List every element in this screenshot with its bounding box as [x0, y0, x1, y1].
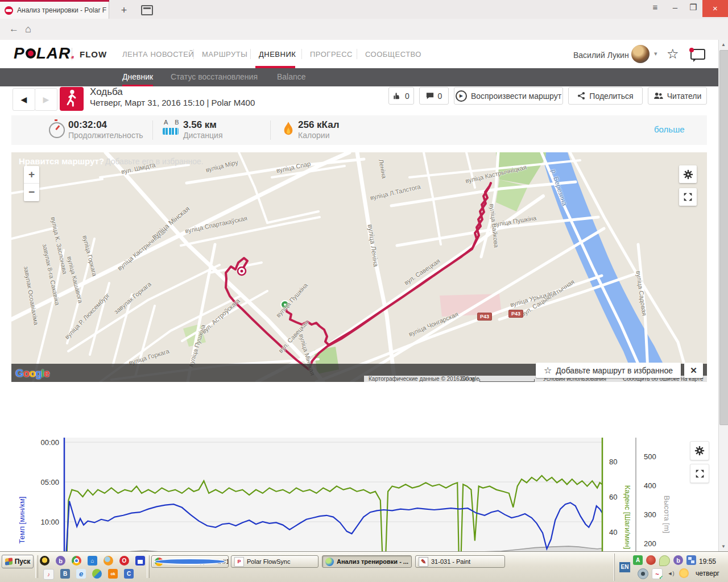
windows-flag-icon — [5, 558, 13, 565]
followers-button[interactable]: Читатели — [648, 87, 707, 105]
map-fullscreen-button[interactable] — [679, 188, 697, 206]
aimp-icon[interactable] — [40, 556, 49, 566]
sas-icon[interactable] — [92, 569, 102, 579]
zoom-out-button[interactable]: − — [24, 184, 39, 201]
chrome-icon[interactable] — [72, 556, 81, 566]
clock-day: четверг — [690, 568, 725, 580]
home-icon[interactable]: ⌂ — [25, 23, 31, 35]
stat-divider — [152, 120, 153, 140]
page-scrollbar[interactable]: ▲ ▼ — [718, 40, 728, 551]
language-indicator[interactable]: EN — [619, 562, 630, 572]
chart-settings-button[interactable] — [690, 441, 709, 460]
flylink-icon[interactable]: C — [124, 569, 134, 579]
subnav-diary[interactable]: Дневник — [122, 68, 153, 86]
subnav-recovery[interactable]: Статус восстановления — [171, 68, 258, 86]
like-button[interactable]: 0 — [388, 87, 414, 105]
chart-fullscreen-button[interactable] — [690, 464, 709, 483]
axis-tick: 00:00 — [40, 438, 59, 447]
polar-logo[interactable]: PLAR. — [14, 44, 76, 63]
menu-icon[interactable]: ≡ — [647, 2, 663, 12]
route-map[interactable]: вул. Шмідтавуліца Мірувуліца Спарвуліца … — [11, 152, 707, 382]
paint-icon: ✎ — [419, 557, 428, 567]
firefox-icon[interactable] — [104, 556, 113, 566]
back-icon[interactable]: ← — [9, 23, 19, 35]
flow-wordmark: FLOW — [80, 49, 107, 59]
close-button[interactable]: × — [702, 0, 728, 17]
zoom-in-button[interactable]: + — [24, 166, 39, 184]
webcam-icon[interactable] — [638, 568, 648, 579]
ie-icon[interactable]: e — [76, 569, 86, 579]
taskbar: Пуск b⌂O ♪BeokC Беговая стодневка #1 ...… — [0, 551, 728, 582]
scale-label: 200 м — [460, 376, 474, 382]
expand-icon — [683, 192, 693, 202]
axis-tick: 05:00 — [40, 478, 59, 487]
clock[interactable]: 19:55 четверг — [690, 556, 725, 580]
nav-routes[interactable]: МАРШРУТЫ — [202, 50, 247, 59]
scroll-up-icon[interactable]: ▲ — [719, 42, 728, 47]
browser-tab[interactable]: Анализ тренировки - Polar F — [0, 2, 109, 19]
comment-count: 0 — [438, 92, 442, 101]
aimp2-icon[interactable] — [679, 568, 689, 578]
replay-route-button[interactable]: ▶ Воспроизвести маршрут — [454, 87, 563, 105]
nav-feed[interactable]: ЛЕНТА НОВОСТЕЙ — [122, 50, 194, 59]
vk-icon[interactable]: B — [60, 569, 70, 579]
restore-button[interactable]: ❒ — [685, 2, 701, 13]
start-button[interactable]: Пуск — [2, 555, 34, 568]
axis-tick: 40 — [609, 528, 617, 537]
expand-icon — [695, 469, 705, 479]
ok-icon[interactable]: ok — [108, 569, 118, 579]
scrollbar-thumb[interactable] — [719, 50, 728, 425]
tray-row1: Ab — [633, 555, 696, 566]
google-logo-letter: g — [35, 367, 42, 379]
taskbar-grip[interactable] — [35, 555, 38, 578]
tab-groups-icon[interactable] — [141, 5, 153, 15]
nav-community[interactable]: СООБЩЕСТВО — [365, 50, 421, 59]
session-subtitle: Четверг, Март 31, 2016 15:10 | Polar M40… — [90, 98, 255, 107]
axis-tick: 500 — [644, 452, 656, 461]
dcpp-icon[interactable]: ⌂ — [88, 556, 97, 566]
scroll-down-icon[interactable]: ▼ — [719, 544, 728, 549]
distance-value: 3.56 км — [183, 119, 217, 131]
notifications-icon[interactable] — [690, 49, 705, 60]
task-firefox-active[interactable]: Анализ тренировки - ... — [322, 555, 412, 568]
task-polar-flowsync[interactable]: P Polar FlowSync — [231, 555, 318, 568]
add-route-favorite-button[interactable]: ☆ Добавьте маршрут в избранное — [536, 363, 681, 378]
save-icon[interactable] — [135, 556, 145, 566]
quick-launch-row1: b⌂O — [40, 556, 145, 566]
opera-icon[interactable]: O — [119, 556, 129, 566]
itunes-icon[interactable]: ♪ — [43, 569, 54, 580]
nav-progress[interactable]: ПРОГРЕСС — [310, 50, 353, 59]
people-icon — [653, 92, 663, 99]
bug-icon[interactable] — [646, 555, 656, 565]
subnav-balance[interactable]: Balance — [277, 68, 306, 86]
next-session-button[interactable]: ▶ — [35, 88, 57, 111]
prev-session-button[interactable]: ◀ — [13, 88, 35, 111]
polarsync-icon[interactable]: ~ — [652, 568, 663, 579]
more-link[interactable]: больше — [654, 124, 685, 134]
tray-row2: ~◄) — [638, 568, 689, 579]
training-chart[interactable]: 00:0005:0010:0015:0080604020500400300200… — [0, 432, 718, 551]
minimize-button[interactable]: – — [667, 2, 683, 12]
bittorrent-icon[interactable]: b — [56, 556, 65, 566]
user-name[interactable]: Василий Лукин — [573, 51, 629, 60]
share-button[interactable]: Поделиться — [568, 87, 643, 105]
new-tab-button[interactable]: + — [117, 4, 131, 16]
chevron-down-icon[interactable]: ▾ — [654, 50, 657, 57]
map-settings-button[interactable] — [679, 165, 697, 183]
task-chrome-window[interactable]: Беговая стодневка #1 ... — [151, 555, 229, 568]
bittorrent-icon[interactable]: b — [673, 555, 683, 565]
map-zoom-control[interactable]: + − — [24, 166, 39, 201]
volume-icon[interactable]: ◄) — [666, 568, 676, 578]
task-paint[interactable]: ✎ 31-031 - Paint — [415, 555, 505, 568]
notification-dot — [689, 48, 694, 52]
comment-button[interactable]: 0 — [419, 87, 449, 105]
avatar[interactable] — [631, 45, 650, 63]
blob-icon[interactable] — [659, 555, 670, 566]
polar-flowsync-icon: P — [234, 557, 244, 567]
avg-icon[interactable]: A — [633, 555, 643, 565]
nav-diary[interactable]: ДНЕВНИК — [259, 50, 296, 59]
axis-tick: 400 — [644, 481, 656, 490]
favorites-star-icon[interactable]: ☆ — [667, 46, 679, 62]
close-prompt-button[interactable]: ✕ — [684, 363, 703, 378]
taskbar-grip[interactable] — [147, 555, 150, 578]
